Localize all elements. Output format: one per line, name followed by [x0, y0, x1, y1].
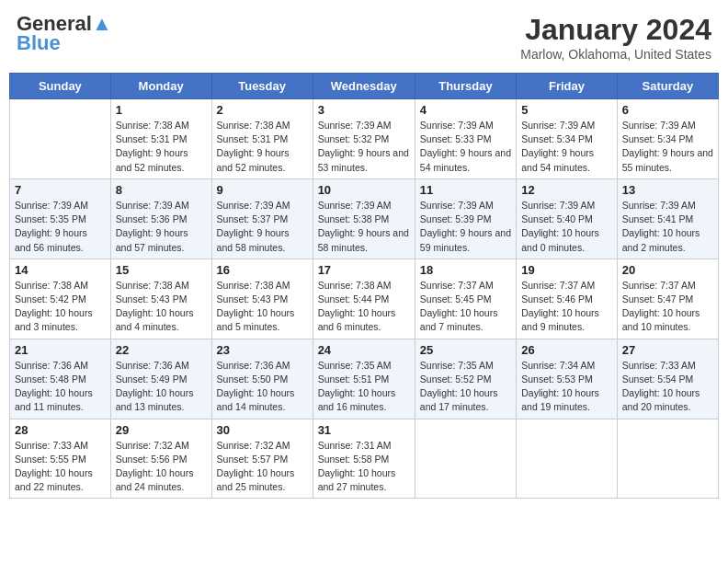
day-info: Sunrise: 7:39 AM Sunset: 5:33 PM Dayligh…	[420, 119, 511, 175]
day-info: Sunrise: 7:39 AM Sunset: 5:35 PM Dayligh…	[15, 199, 106, 255]
day-number: 14	[15, 263, 106, 277]
day-info: Sunrise: 7:39 AM Sunset: 5:34 PM Dayligh…	[622, 119, 713, 175]
col-sunday: Sunday	[10, 74, 111, 99]
day-number: 3	[318, 103, 410, 117]
day-info: Sunrise: 7:38 AM Sunset: 5:44 PM Dayligh…	[318, 279, 410, 335]
calendar-cell	[10, 99, 111, 179]
day-number: 11	[420, 183, 511, 197]
day-number: 18	[420, 263, 511, 277]
calendar-cell: 14Sunrise: 7:38 AM Sunset: 5:42 PM Dayli…	[10, 259, 111, 339]
week-row-4: 21Sunrise: 7:36 AM Sunset: 5:48 PM Dayli…	[10, 339, 719, 419]
day-number: 5	[521, 103, 612, 117]
calendar-cell: 25Sunrise: 7:35 AM Sunset: 5:52 PM Dayli…	[415, 339, 516, 419]
day-number: 19	[521, 263, 612, 277]
col-tuesday: Tuesday	[211, 74, 313, 99]
day-number: 16	[217, 263, 308, 277]
day-info: Sunrise: 7:38 AM Sunset: 5:31 PM Dayligh…	[217, 119, 308, 175]
calendar-cell: 7Sunrise: 7:39 AM Sunset: 5:35 PM Daylig…	[10, 178, 111, 259]
calendar-cell: 26Sunrise: 7:34 AM Sunset: 5:53 PM Dayli…	[517, 339, 618, 419]
calendar-cell: 20Sunrise: 7:37 AM Sunset: 5:47 PM Dayli…	[617, 259, 718, 339]
calendar-cell: 19Sunrise: 7:37 AM Sunset: 5:46 PM Dayli…	[517, 259, 618, 339]
day-info: Sunrise: 7:32 AM Sunset: 5:57 PM Dayligh…	[217, 439, 308, 495]
day-number: 22	[116, 343, 207, 357]
calendar-cell: 21Sunrise: 7:36 AM Sunset: 5:48 PM Dayli…	[10, 339, 111, 419]
col-saturday: Saturday	[617, 74, 718, 99]
calendar-cell	[617, 419, 718, 499]
day-info: Sunrise: 7:39 AM Sunset: 5:37 PM Dayligh…	[217, 199, 308, 255]
title-block: January 2024 Marlow, Oklahoma, United St…	[520, 13, 711, 62]
day-info: Sunrise: 7:39 AM Sunset: 5:40 PM Dayligh…	[521, 199, 612, 255]
calendar-cell: 1Sunrise: 7:38 AM Sunset: 5:31 PM Daylig…	[110, 99, 211, 179]
day-number: 26	[521, 343, 612, 357]
calendar-cell: 16Sunrise: 7:38 AM Sunset: 5:43 PM Dayli…	[211, 259, 313, 339]
calendar-cell: 30Sunrise: 7:32 AM Sunset: 5:57 PM Dayli…	[211, 419, 313, 499]
calendar-cell: 27Sunrise: 7:33 AM Sunset: 5:54 PM Dayli…	[617, 339, 718, 419]
logo-blue: Blue	[17, 31, 61, 55]
day-info: Sunrise: 7:39 AM Sunset: 5:36 PM Dayligh…	[116, 199, 207, 255]
day-info: Sunrise: 7:36 AM Sunset: 5:49 PM Dayligh…	[116, 359, 207, 415]
calendar-cell: 17Sunrise: 7:38 AM Sunset: 5:44 PM Dayli…	[313, 259, 415, 339]
day-number: 23	[217, 343, 308, 357]
day-info: Sunrise: 7:38 AM Sunset: 5:43 PM Dayligh…	[116, 279, 207, 335]
calendar-cell: 24Sunrise: 7:35 AM Sunset: 5:51 PM Dayli…	[313, 339, 415, 419]
day-info: Sunrise: 7:35 AM Sunset: 5:52 PM Dayligh…	[420, 359, 511, 415]
page-header: General▲ Blue January 2024 Marlow, Oklah…	[9, 9, 719, 65]
day-info: Sunrise: 7:37 AM Sunset: 5:45 PM Dayligh…	[420, 279, 511, 335]
day-info: Sunrise: 7:38 AM Sunset: 5:31 PM Dayligh…	[116, 119, 207, 175]
day-number: 25	[420, 343, 511, 357]
day-info: Sunrise: 7:37 AM Sunset: 5:46 PM Dayligh…	[521, 279, 612, 335]
calendar-cell: 4Sunrise: 7:39 AM Sunset: 5:33 PM Daylig…	[415, 99, 516, 179]
calendar-cell: 28Sunrise: 7:33 AM Sunset: 5:55 PM Dayli…	[10, 419, 111, 499]
day-info: Sunrise: 7:39 AM Sunset: 5:39 PM Dayligh…	[420, 199, 511, 255]
calendar-cell: 2Sunrise: 7:38 AM Sunset: 5:31 PM Daylig…	[211, 99, 313, 179]
day-number: 27	[622, 343, 713, 357]
calendar-cell: 23Sunrise: 7:36 AM Sunset: 5:50 PM Dayli…	[211, 339, 313, 419]
day-number: 17	[318, 263, 410, 277]
day-number: 15	[116, 263, 207, 277]
day-number: 28	[15, 423, 106, 437]
calendar-cell: 9Sunrise: 7:39 AM Sunset: 5:37 PM Daylig…	[211, 178, 313, 259]
day-number: 8	[116, 183, 207, 197]
location: Marlow, Oklahoma, United States	[520, 47, 711, 62]
calendar-cell	[517, 419, 618, 499]
day-info: Sunrise: 7:38 AM Sunset: 5:43 PM Dayligh…	[217, 279, 308, 335]
calendar-cell: 12Sunrise: 7:39 AM Sunset: 5:40 PM Dayli…	[517, 178, 618, 259]
calendar-cell	[415, 419, 516, 499]
day-number: 29	[116, 423, 207, 437]
day-info: Sunrise: 7:32 AM Sunset: 5:56 PM Dayligh…	[116, 439, 207, 495]
calendar-cell: 11Sunrise: 7:39 AM Sunset: 5:39 PM Dayli…	[415, 178, 516, 259]
calendar-cell: 31Sunrise: 7:31 AM Sunset: 5:58 PM Dayli…	[313, 419, 415, 499]
day-number: 21	[15, 343, 106, 357]
day-info: Sunrise: 7:38 AM Sunset: 5:42 PM Dayligh…	[15, 279, 106, 335]
calendar-table: Sunday Monday Tuesday Wednesday Thursday…	[9, 73, 719, 499]
col-friday: Friday	[517, 74, 618, 99]
day-number: 1	[116, 103, 207, 117]
calendar-cell: 29Sunrise: 7:32 AM Sunset: 5:56 PM Dayli…	[110, 419, 211, 499]
day-number: 4	[420, 103, 511, 117]
day-info: Sunrise: 7:39 AM Sunset: 5:41 PM Dayligh…	[622, 199, 713, 255]
day-info: Sunrise: 7:39 AM Sunset: 5:32 PM Dayligh…	[318, 119, 410, 175]
day-info: Sunrise: 7:39 AM Sunset: 5:38 PM Dayligh…	[318, 199, 410, 255]
calendar-cell: 13Sunrise: 7:39 AM Sunset: 5:41 PM Dayli…	[617, 178, 718, 259]
day-info: Sunrise: 7:34 AM Sunset: 5:53 PM Dayligh…	[521, 359, 612, 415]
col-wednesday: Wednesday	[313, 74, 415, 99]
col-monday: Monday	[110, 74, 211, 99]
day-info: Sunrise: 7:36 AM Sunset: 5:50 PM Dayligh…	[217, 359, 308, 415]
calendar-cell: 18Sunrise: 7:37 AM Sunset: 5:45 PM Dayli…	[415, 259, 516, 339]
day-number: 2	[217, 103, 308, 117]
day-info: Sunrise: 7:31 AM Sunset: 5:58 PM Dayligh…	[318, 439, 410, 495]
calendar-cell: 8Sunrise: 7:39 AM Sunset: 5:36 PM Daylig…	[110, 178, 211, 259]
day-number: 24	[318, 343, 410, 357]
day-info: Sunrise: 7:33 AM Sunset: 5:54 PM Dayligh…	[622, 359, 713, 415]
calendar-cell: 22Sunrise: 7:36 AM Sunset: 5:49 PM Dayli…	[110, 339, 211, 419]
week-row-2: 7Sunrise: 7:39 AM Sunset: 5:35 PM Daylig…	[10, 178, 719, 259]
day-number: 30	[217, 423, 308, 437]
calendar-cell: 6Sunrise: 7:39 AM Sunset: 5:34 PM Daylig…	[617, 99, 718, 179]
day-number: 7	[15, 183, 106, 197]
col-thursday: Thursday	[415, 74, 516, 99]
calendar-cell: 15Sunrise: 7:38 AM Sunset: 5:43 PM Dayli…	[110, 259, 211, 339]
day-number: 6	[622, 103, 713, 117]
day-info: Sunrise: 7:37 AM Sunset: 5:47 PM Dayligh…	[622, 279, 713, 335]
day-number: 13	[622, 183, 713, 197]
day-info: Sunrise: 7:39 AM Sunset: 5:34 PM Dayligh…	[521, 119, 612, 175]
